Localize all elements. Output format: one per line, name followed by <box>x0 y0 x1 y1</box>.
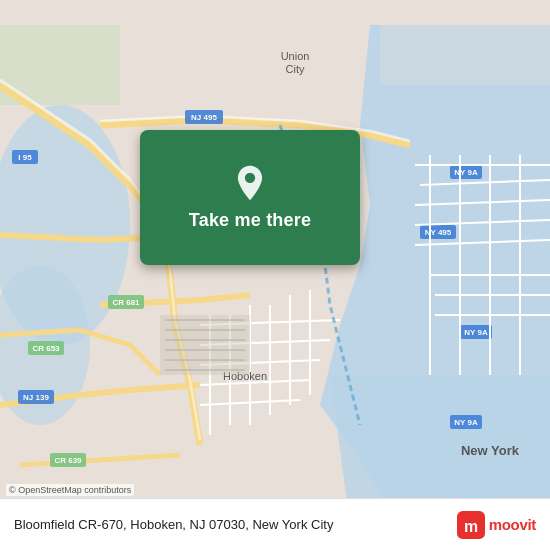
moovit-brand-text: moovit <box>489 516 536 533</box>
svg-text:m: m <box>464 517 478 534</box>
svg-text:CR 681: CR 681 <box>112 298 140 307</box>
svg-text:New York: New York <box>461 443 520 458</box>
location-pin-icon <box>231 164 269 202</box>
svg-rect-5 <box>380 25 550 85</box>
svg-text:NY 9A: NY 9A <box>454 418 478 427</box>
map-container: NJ 495 I 95 CR 5 CR 681 CR 653 NJ 139 CR… <box>0 0 550 550</box>
svg-text:CR 639: CR 639 <box>54 456 82 465</box>
take-me-there-card[interactable]: Take me there <box>140 130 360 265</box>
svg-text:CR 653: CR 653 <box>32 344 60 353</box>
svg-text:I 95: I 95 <box>18 153 32 162</box>
svg-text:NJ 139: NJ 139 <box>23 393 49 402</box>
take-me-there-label: Take me there <box>189 210 311 231</box>
address-label: Bloomfield CR-670, Hoboken, NJ 07030, Ne… <box>14 516 447 534</box>
svg-point-62 <box>245 173 255 183</box>
svg-text:City: City <box>286 63 305 75</box>
map-svg: NJ 495 I 95 CR 5 CR 681 CR 653 NJ 139 CR… <box>0 0 550 550</box>
osm-attribution: © OpenStreetMap contributors <box>6 484 134 496</box>
svg-text:NY 9A: NY 9A <box>464 328 488 337</box>
bottom-bar: Bloomfield CR-670, Hoboken, NJ 07030, Ne… <box>0 498 550 550</box>
moovit-icon: m <box>457 511 485 539</box>
svg-text:Union: Union <box>281 50 310 62</box>
svg-rect-55 <box>160 315 250 375</box>
svg-text:NJ 495: NJ 495 <box>191 113 217 122</box>
moovit-logo: m moovit <box>457 511 536 539</box>
svg-text:NY 9A: NY 9A <box>454 168 478 177</box>
svg-text:NY 495: NY 495 <box>425 228 452 237</box>
